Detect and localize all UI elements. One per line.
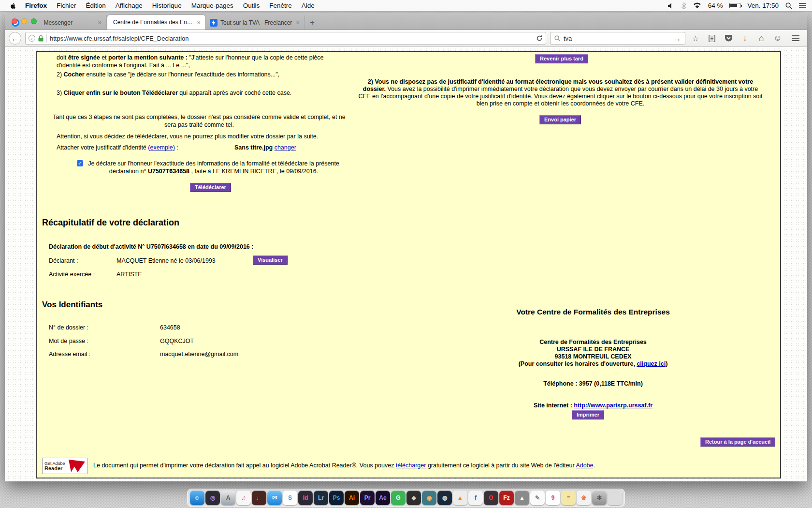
opera-icon[interactable]: O	[484, 491, 498, 505]
tab-close-icon[interactable]: ×	[295, 19, 301, 26]
identifiants-heading: Vos Identifiants	[42, 300, 102, 310]
minimize-window-button[interactable]	[21, 18, 27, 24]
bluetooth-icon[interactable]	[682, 2, 686, 9]
transmission-icon[interactable]: ▴	[515, 491, 529, 505]
indesign-icon[interactable]: Id	[298, 491, 313, 505]
retour-accueil-button[interactable]: Retour à la page d'accueil	[700, 437, 775, 447]
https-lock-icon[interactable]	[38, 35, 44, 42]
inline-link[interactable]: cliquez ici	[637, 360, 666, 367]
cfe-heading: Votre Centre de Formalités des Entrepris…	[463, 308, 724, 316]
menu-historique[interactable]: Historique	[147, 2, 187, 9]
siri-icon[interactable]: ◎	[205, 491, 220, 505]
notes-icon[interactable]: ≡	[561, 491, 576, 505]
activite-label: Activité exercée :	[49, 271, 95, 278]
garageband-icon[interactable]: ♩	[252, 491, 266, 505]
inline-link[interactable]: http://www.parisrp.urssaf.fr	[574, 402, 652, 409]
pocket-icon[interactable]	[722, 35, 735, 42]
system-preferences-icon[interactable]: ✻	[592, 491, 607, 505]
cfe-site: Site internet : http://www.parisrp.urssa…	[463, 402, 724, 409]
tab-cfe-active[interactable]: Centre de Formalités des Entre... ×	[107, 15, 206, 30]
facebook-icon[interactable]: f	[468, 491, 483, 505]
menu-hamburger-icon[interactable]	[788, 33, 803, 43]
menubar-clock[interactable]: Ven. 17:50	[747, 2, 779, 9]
envoi-papier-text: 2) Vous ne disposez pas de justificatif …	[356, 78, 765, 107]
steam-icon[interactable]: ◍	[437, 491, 452, 505]
cfe-line3: 93518 MONTREUIL CEDEX	[463, 353, 724, 360]
battery-percent: 64 %	[708, 2, 723, 9]
declare-honour-text: Je déclare sur l'honneur l'exactitude de…	[87, 160, 340, 175]
spotlight-search-icon[interactable]	[785, 2, 792, 9]
photos-icon[interactable]: ❀	[577, 491, 591, 505]
trash-icon[interactable]	[608, 491, 622, 505]
menu-edition[interactable]: Édition	[81, 2, 111, 9]
inline-link[interactable]: changer	[275, 144, 296, 151]
search-bar[interactable]: tva →	[550, 32, 685, 45]
notification-center-icon[interactable]	[799, 3, 806, 9]
back-button[interactable]: ←	[9, 32, 21, 45]
illustrator-icon[interactable]: Ai	[345, 491, 359, 505]
menu-marque-pages[interactable]: Marque-pages	[187, 2, 238, 9]
envoi-papier-button[interactable]: Envoi papier	[539, 115, 581, 124]
declare-checkbox[interactable]: ✓	[77, 160, 83, 166]
downloads-icon[interactable]: ↓	[739, 34, 751, 43]
adobe-reader-logo[interactable]: Get AdobeReader	[42, 458, 87, 474]
tab-title: Centre de Formalités des Entre...	[111, 19, 196, 26]
close-window-button[interactable]	[12, 18, 17, 24]
menu-fenetre[interactable]: Fenêtre	[264, 2, 297, 9]
menu-fichier[interactable]: Fichier	[52, 2, 81, 9]
lightroom-icon[interactable]: Lr	[314, 491, 328, 505]
divider	[37, 53, 780, 53]
url-text[interactable]: https://www.cfe.urssaf.fr/saisiepl/CFE_D…	[50, 35, 533, 42]
photoshop-icon[interactable]: Ps	[329, 491, 344, 505]
new-tab-button[interactable]: +	[305, 18, 319, 30]
volume-icon[interactable]	[668, 3, 675, 9]
tab-close-icon[interactable]: ×	[97, 19, 102, 26]
page-info-icon[interactable]: i	[29, 35, 35, 42]
checkmark-icon: ✓	[78, 161, 82, 166]
skype-icon[interactable]: S	[283, 491, 297, 505]
tab-tva[interactable]: Tout sur la TVA - Freelancer ×	[206, 15, 305, 30]
after-effects-icon[interactable]: Ae	[376, 491, 390, 505]
mail-icon[interactable]: ✉	[267, 491, 282, 505]
textedit-icon[interactable]: ✎	[530, 491, 545, 505]
teledeclarer-button[interactable]: Télédéclarer	[190, 183, 231, 192]
wifi-icon[interactable]	[693, 2, 701, 9]
tab-close-icon[interactable]: ×	[196, 19, 202, 26]
motdepasse-value: GQQKCJOT	[160, 338, 194, 344]
chrome-icon[interactable]: G	[391, 491, 406, 505]
apple-menu-icon[interactable]	[6, 2, 20, 10]
filezilla-icon[interactable]: Fz	[499, 491, 514, 505]
emoji-addon-icon[interactable]: ☺	[771, 33, 784, 43]
vlc-icon[interactable]: ▲	[453, 491, 467, 505]
adobe-footer-text: Le document qui permet d'imprimer votre …	[93, 462, 664, 469]
menu-outils[interactable]: Outils	[238, 2, 265, 9]
blender-icon[interactable]: ◉	[422, 491, 436, 505]
app-store-icon[interactable]: A	[221, 491, 235, 505]
etapes-warning-text: Tant que ces 3 étapes ne sont pas complé…	[49, 113, 349, 129]
search-input-value[interactable]: tva	[564, 35, 671, 42]
menu-firefox[interactable]: Firefox	[20, 2, 52, 9]
home-icon[interactable]: ⌂	[755, 33, 768, 44]
search-go-arrow-icon[interactable]: →	[674, 34, 681, 43]
attach-justificatif-label: Attacher votre justificatif d'identité (…	[57, 144, 178, 151]
inline-link[interactable]: Adobe	[576, 462, 593, 469]
premiere-icon[interactable]: Pr	[360, 491, 375, 505]
zoom-window-button[interactable]	[31, 18, 37, 24]
calendar-icon[interactable]: 9	[546, 491, 560, 505]
unity-icon[interactable]: ◆	[406, 491, 421, 505]
revenir-plus-tard-button[interactable]: Revenir plus tard	[535, 54, 588, 63]
inline-link[interactable]: télécharger	[396, 462, 426, 469]
bookmark-star-icon[interactable]: ☆	[689, 34, 702, 43]
itunes-icon[interactable]: ♫	[236, 491, 251, 505]
reload-icon[interactable]	[536, 35, 543, 42]
bookmarks-list-icon[interactable]	[706, 35, 718, 42]
navigation-toolbar: ← i https://www.cfe.urssaf.fr/saisiepl/C…	[5, 30, 807, 47]
menu-aide[interactable]: Aide	[297, 2, 319, 9]
inline-link[interactable]: (exemple)	[148, 144, 175, 151]
instruction-signature-text: doit être signée et porter la mention su…	[57, 54, 342, 69]
visualiser-button[interactable]: Visualiser	[253, 255, 288, 265]
imprimer-button[interactable]: Imprimer	[572, 410, 604, 419]
url-bar[interactable]: i https://www.cfe.urssaf.fr/saisiepl/CFE…	[25, 32, 546, 45]
finder-icon[interactable]: ☺	[190, 491, 204, 505]
menu-affichage[interactable]: Affichage	[111, 2, 147, 9]
